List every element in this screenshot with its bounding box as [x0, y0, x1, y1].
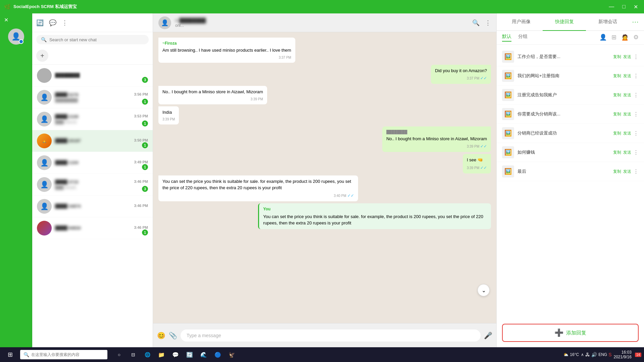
sub-tab-default[interactable]: 默认	[502, 34, 511, 42]
send-button[interactable]: 发送	[623, 54, 631, 60]
search-icon: 🔍	[41, 37, 47, 42]
message-row: ~Firoza Am still browsing.. I have used …	[158, 38, 491, 63]
message-row: I see 🤜 3:39 PM ✓✓	[158, 154, 491, 173]
tab-user-profile[interactable]: 用户画像	[499, 13, 543, 30]
copy-button[interactable]: 复制	[613, 111, 621, 117]
add-chat-button[interactable]: +	[36, 50, 48, 62]
chat-preview: ███roducts	[55, 120, 148, 124]
sub-tab-group[interactable]: 分组	[518, 34, 528, 42]
message-text: Did you buy it on Amazon?	[435, 68, 487, 73]
more-options-icon[interactable]: ⋮	[633, 92, 639, 98]
right-sub-tabs: 默认 分组 👤 ⊞ 🙍 ⚙	[497, 31, 644, 45]
user-icon[interactable]: 👤	[599, 34, 607, 42]
copy-button[interactable]: 复制	[613, 54, 621, 60]
system-tray-up-icon[interactable]: ∧	[581, 352, 584, 357]
taskbar-app-task[interactable]: ⊟	[127, 348, 140, 361]
unread-badge: 1	[142, 120, 148, 126]
chat-area: 👤 + ████████ onl... 🔍 ⋮ ~Firoza Am still…	[153, 13, 496, 347]
person-icon[interactable]: 🙍	[621, 34, 629, 42]
right-panel-tabs: 用户画像 快捷回复 新增会话 ⋯	[497, 13, 644, 31]
taskbar-app-browser[interactable]: 🌐	[141, 348, 154, 361]
search-input[interactable]	[49, 37, 144, 42]
more-options-icon[interactable]: ⋮	[62, 19, 68, 27]
taskbar-app-files[interactable]: 📁	[155, 348, 168, 361]
keyboard-icon[interactable]: ENG	[598, 352, 607, 357]
message-text: India	[162, 110, 172, 115]
message-row: No.. I bought from a Miniso store in Aiz…	[158, 86, 491, 104]
taskbar-search-input[interactable]	[31, 352, 104, 357]
scroll-down-button[interactable]: ⌄	[478, 284, 490, 296]
chat-header: 👤 + ████████ onl... 🔍 ⋮	[153, 13, 496, 32]
taskbar-time[interactable]: 16:03 2021/9/16	[613, 350, 631, 359]
settings-icon[interactable]: ⚙	[633, 34, 639, 42]
list-item[interactable]: ████ 94834 3:46 PM 1	[32, 217, 153, 239]
list-item[interactable]: 👤 ████ 3715 3:46 PM ███ details 3	[32, 174, 153, 196]
qr-actions: 复制 发送 ⋮	[613, 73, 639, 79]
list-item[interactable]: 👤 ████ 5278 3:56 PM ████████ 1	[32, 87, 153, 108]
taskbar-app-edge[interactable]: 🌊	[197, 348, 210, 361]
message-text: I see 🤜	[467, 157, 483, 162]
grid-icon[interactable]: ⊞	[611, 34, 616, 42]
list-item: 🖼️ 我们的网站+注册指南 复制 发送 ⋮	[497, 66, 644, 86]
list-item[interactable]: 👤 ████ 1104 3:49 PM 1	[32, 152, 153, 174]
taskbar-app-chrome[interactable]: 🔵	[211, 348, 224, 361]
sidebar-close[interactable]: ✕	[0, 17, 8, 23]
taskbar-app-wechat[interactable]: 💬	[169, 348, 182, 361]
add-icon: ➕	[554, 328, 563, 337]
copy-button[interactable]: 复制	[613, 92, 621, 98]
send-button[interactable]: 发送	[623, 111, 631, 117]
list-item[interactable]: 👤 ████ 34874 3:46 PM	[32, 196, 153, 217]
send-button[interactable]: 发送	[623, 92, 631, 98]
chat-list-icon[interactable]: 💬	[49, 19, 56, 27]
send-button[interactable]: 发送	[623, 150, 631, 155]
tab-quick-reply[interactable]: 快捷回复	[543, 13, 586, 31]
more-options-icon[interactable]: ⋮	[633, 54, 639, 60]
voice-button[interactable]: 🎤	[484, 331, 492, 340]
taskbar-app-green[interactable]: 🔄	[183, 348, 196, 361]
message-input[interactable]	[181, 329, 481, 342]
minimize-button[interactable]: —	[607, 4, 616, 10]
send-button[interactable]: 发送	[623, 73, 631, 79]
maximize-button[interactable]: □	[620, 4, 628, 10]
list-item[interactable]: ████████ 3	[32, 65, 153, 87]
avatar: 👤	[37, 155, 52, 170]
more-options-icon[interactable]: ⋮	[633, 73, 639, 79]
taskbar-app-more[interactable]: 🦅	[226, 348, 238, 361]
emoji-button[interactable]: 😊	[157, 331, 165, 340]
more-options-icon[interactable]: ⋮	[633, 168, 639, 175]
start-button[interactable]: ⊞	[3, 349, 17, 361]
qr-image-icon: 🖼️	[502, 70, 514, 82]
chat-info: ████ 2109 3:53 PM ███roducts	[55, 114, 148, 124]
attachment-button[interactable]: 📎	[169, 331, 177, 340]
more-options-icon[interactable]: ⋮	[633, 130, 639, 137]
refresh-icon[interactable]: 🔄	[36, 19, 44, 27]
list-item[interactable]: 🙏 ████ 20197 3:50 PM 1	[32, 130, 153, 152]
message-bubble: ████████ No.. I bought from a Miniso sto…	[382, 126, 491, 152]
scrm-icon[interactable]: S	[608, 352, 611, 357]
add-reply-footer[interactable]: ➕ 添加回复	[502, 324, 639, 342]
avatar	[37, 221, 52, 236]
more-options-icon[interactable]: ⋮	[633, 111, 639, 117]
close-button[interactable]: ✕	[632, 4, 640, 10]
send-button[interactable]: 发送	[623, 131, 631, 136]
send-button[interactable]: 发送	[623, 169, 631, 174]
copy-button[interactable]: 复制	[613, 150, 621, 155]
quick-reply-text: 我们的网站+注册指南	[517, 73, 610, 79]
search-chat-icon[interactable]: 🔍	[472, 19, 480, 27]
copy-button[interactable]: 复制	[613, 73, 621, 79]
chat-name: ████ 20197	[55, 138, 81, 143]
notification-count[interactable]: 14	[635, 353, 641, 357]
more-tabs-icon[interactable]: ⋯	[629, 15, 641, 29]
more-options-icon[interactable]: ⋮	[633, 149, 639, 156]
right-panel: 用户画像 快捷回复 新增会话 ⋯ 默认 分组 👤 ⊞ 🙍 ⚙ 🖼️ 工作介绍，是…	[496, 13, 644, 347]
taskbar-app-cortana[interactable]: ○	[113, 348, 126, 361]
more-chat-options-icon[interactable]: ⋮	[485, 19, 491, 27]
message-row: Did you buy it on Amazon? 3:37 PM ✓✓	[158, 65, 491, 84]
tab-new-chat[interactable]: 新增会话	[586, 13, 629, 30]
list-item[interactable]: 👤 ████ 2109 3:53 PM ███roducts 1	[32, 108, 153, 130]
copy-button[interactable]: 复制	[613, 131, 621, 136]
chat-time: 3:46 PM	[134, 179, 148, 185]
network-icon[interactable]: 🖧	[585, 352, 590, 357]
volume-icon[interactable]: 🔊	[591, 352, 597, 357]
copy-button[interactable]: 复制	[613, 169, 621, 174]
